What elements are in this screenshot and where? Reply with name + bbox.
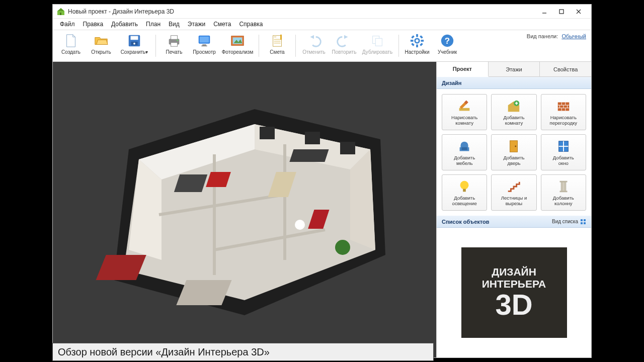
menu-estimate[interactable]: Смета bbox=[209, 20, 235, 29]
menu-help[interactable]: Справка bbox=[235, 20, 267, 29]
svg-rect-62 bbox=[459, 108, 470, 111]
svg-rect-34 bbox=[420, 43, 423, 46]
print-button[interactable]: Печать bbox=[159, 32, 189, 60]
list-view-toggle[interactable]: Вид списка bbox=[552, 219, 586, 225]
toolbar-separator bbox=[398, 35, 399, 57]
window-title: Новый проект - Дизайн Интерьера 3D bbox=[68, 8, 536, 15]
duplicate-button[interactable]: Дублировать bbox=[359, 32, 395, 60]
svg-rect-60 bbox=[305, 132, 320, 144]
room-plus-icon bbox=[506, 99, 521, 114]
svg-rect-59 bbox=[260, 127, 275, 139]
add-furniture-button[interactable]: Добавитьмебель bbox=[442, 134, 487, 170]
draw-room-button[interactable]: Нарисоватькомнату bbox=[442, 94, 487, 130]
svg-marker-24 bbox=[310, 35, 314, 39]
menu-view[interactable]: Вид bbox=[165, 20, 184, 29]
svg-rect-35 bbox=[420, 35, 423, 39]
menu-plan[interactable]: План bbox=[142, 20, 165, 29]
door-icon bbox=[506, 139, 521, 154]
settings-button[interactable]: Настройки bbox=[402, 32, 432, 60]
svg-rect-90 bbox=[584, 219, 586, 221]
save-icon bbox=[127, 33, 142, 48]
preview-label: Просмотр bbox=[193, 49, 216, 55]
svg-marker-25 bbox=[344, 35, 348, 39]
armchair-icon bbox=[457, 139, 472, 154]
open-button[interactable]: Открыть bbox=[86, 32, 116, 60]
floorplan-3d-scene bbox=[84, 99, 406, 320]
svg-rect-13 bbox=[171, 43, 177, 47]
panel-mode-link[interactable]: Обычный bbox=[561, 33, 586, 39]
save-button[interactable]: Сохранить▾ bbox=[116, 32, 152, 60]
monitor-icon bbox=[197, 33, 212, 48]
svg-point-10 bbox=[133, 43, 135, 45]
design-tools-grid: Нарисоватькомнату Добавитькомнату Нарисо… bbox=[437, 89, 591, 216]
app-window: Новый проект - Дизайн Интерьера 3D Файл … bbox=[52, 4, 592, 358]
preview-button[interactable]: Просмотр bbox=[189, 32, 219, 60]
undo-icon bbox=[306, 33, 321, 48]
create-button[interactable]: Создать bbox=[56, 32, 86, 60]
svg-rect-52 bbox=[174, 174, 207, 192]
redo-label: Повторить bbox=[332, 49, 357, 55]
svg-rect-84 bbox=[561, 182, 566, 191]
estimate-button[interactable]: Смета bbox=[262, 32, 292, 60]
duplicate-label: Дублировать bbox=[362, 49, 392, 55]
svg-rect-18 bbox=[201, 45, 207, 46]
gear-icon bbox=[410, 33, 425, 48]
maximize-button[interactable] bbox=[553, 6, 570, 17]
tab-properties[interactable]: Свойства bbox=[540, 62, 591, 76]
svg-rect-86 bbox=[559, 191, 567, 192]
tutorial-button[interactable]: ? Учебник bbox=[432, 32, 462, 60]
close-button[interactable] bbox=[570, 6, 587, 17]
svg-rect-31 bbox=[411, 40, 414, 42]
lightbulb-icon bbox=[457, 179, 472, 194]
svg-rect-36 bbox=[411, 43, 415, 46]
chevron-down-icon: ▾ bbox=[145, 49, 148, 55]
window-controls bbox=[536, 6, 587, 17]
add-light-button[interactable]: Добавитьосвещение bbox=[442, 174, 487, 211]
svg-point-82 bbox=[460, 180, 469, 189]
undo-button[interactable]: Отменить bbox=[299, 32, 329, 60]
stairs-button[interactable]: Лестницы ивырезы bbox=[491, 174, 536, 211]
svg-rect-8 bbox=[131, 36, 138, 40]
menu-floors[interactable]: Этажи bbox=[184, 20, 209, 29]
menu-file[interactable]: Файл bbox=[56, 20, 79, 29]
svg-point-37 bbox=[416, 39, 419, 42]
object-list-header: Список объектов Вид списка bbox=[437, 216, 591, 228]
video-caption: Обзор новой версии «Дизайн Интерьера 3D» bbox=[52, 343, 434, 361]
photorealism-button[interactable]: Фотореализм bbox=[219, 32, 256, 60]
add-door-button[interactable]: Добавитьдверь bbox=[491, 134, 536, 170]
svg-point-78 bbox=[515, 145, 517, 147]
viewport-3d[interactable] bbox=[53, 62, 436, 357]
column-icon bbox=[556, 179, 571, 194]
svg-rect-4 bbox=[559, 10, 564, 14]
add-room-button[interactable]: Добавитькомнату bbox=[491, 94, 536, 130]
folder-open-icon bbox=[94, 33, 109, 48]
tab-project[interactable]: Проект bbox=[437, 62, 489, 77]
notepad-icon bbox=[270, 33, 285, 48]
minimize-button[interactable] bbox=[536, 6, 553, 17]
menu-edit[interactable]: Правка bbox=[79, 20, 108, 29]
help-icon: ? bbox=[440, 33, 455, 48]
new-file-icon bbox=[63, 33, 78, 48]
window-icon bbox=[556, 139, 571, 154]
svg-rect-29 bbox=[416, 34, 418, 37]
add-column-button[interactable]: Добавитьколонну bbox=[541, 174, 586, 211]
svg-rect-83 bbox=[463, 189, 466, 192]
right-tabstrip: Проект Этажи Свойства bbox=[437, 62, 591, 77]
object-list-area: ДИЗАЙН ИНТЕРЬЕРА 3D bbox=[437, 228, 591, 357]
duplicate-icon bbox=[370, 33, 385, 48]
toolbar-separator bbox=[295, 35, 296, 57]
tab-floors[interactable]: Этажи bbox=[489, 62, 540, 76]
add-window-button[interactable]: Добавитьокно bbox=[541, 134, 586, 170]
titlebar: Новый проект - Дизайн Интерьера 3D bbox=[53, 5, 591, 19]
menu-add[interactable]: Добавить bbox=[107, 20, 142, 29]
svg-point-57 bbox=[295, 220, 305, 230]
svg-rect-12 bbox=[171, 36, 177, 40]
svg-rect-92 bbox=[584, 222, 586, 224]
panel-mode-label: Вид панели: Обычный bbox=[527, 33, 586, 39]
redo-button[interactable]: Повторить bbox=[329, 32, 359, 60]
svg-point-58 bbox=[335, 240, 350, 255]
draw-partition-button[interactable]: Нарисоватьперегородку bbox=[541, 94, 586, 130]
toolbar-separator bbox=[155, 35, 156, 57]
pencil-ruler-icon bbox=[457, 99, 472, 114]
tutorial-label: Учебник bbox=[438, 49, 457, 55]
